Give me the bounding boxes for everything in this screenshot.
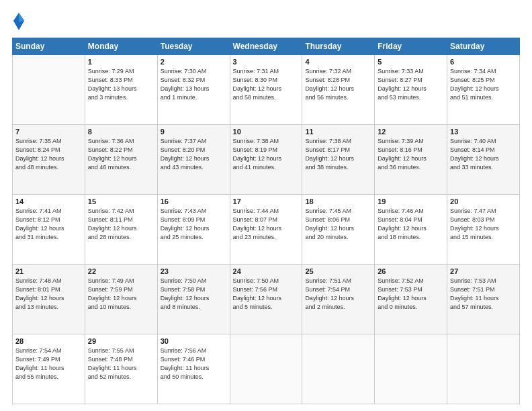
calendar-cell: 26Sunrise: 7:52 AM Sunset: 7:53 PM Dayli… xyxy=(375,265,447,334)
calendar-cell: 15Sunrise: 7:42 AM Sunset: 8:11 PM Dayli… xyxy=(85,195,157,265)
day-info: Sunrise: 7:40 AM Sunset: 8:14 PM Dayligh… xyxy=(450,137,517,172)
day-info: Sunrise: 7:50 AM Sunset: 7:56 PM Dayligh… xyxy=(233,277,300,312)
calendar-cell xyxy=(447,334,520,404)
calendar-cell: 11Sunrise: 7:38 AM Sunset: 8:17 PM Dayli… xyxy=(302,125,375,195)
day-number: 28 xyxy=(15,337,82,345)
day-number: 8 xyxy=(88,128,154,136)
day-info: Sunrise: 7:36 AM Sunset: 8:22 PM Dayligh… xyxy=(88,137,154,172)
header xyxy=(12,12,520,31)
day-info: Sunrise: 7:31 AM Sunset: 8:30 PM Dayligh… xyxy=(233,67,300,102)
day-number: 15 xyxy=(88,197,154,205)
day-number: 12 xyxy=(378,128,444,136)
day-number: 20 xyxy=(450,197,517,205)
day-number: 3 xyxy=(233,58,300,66)
calendar-cell: 5Sunrise: 7:33 AM Sunset: 8:27 PM Daylig… xyxy=(375,55,447,125)
day-number: 2 xyxy=(161,58,227,66)
calendar-cell: 27Sunrise: 7:53 AM Sunset: 7:51 PM Dayli… xyxy=(447,265,520,334)
day-info: Sunrise: 7:38 AM Sunset: 8:17 PM Dayligh… xyxy=(305,137,371,172)
day-number: 23 xyxy=(161,267,227,275)
calendar-cell: 2Sunrise: 7:30 AM Sunset: 8:32 PM Daylig… xyxy=(157,55,230,125)
day-info: Sunrise: 7:46 AM Sunset: 8:04 PM Dayligh… xyxy=(378,207,444,242)
page: SundayMondayTuesdayWednesdayThursdayFrid… xyxy=(0,0,532,411)
calendar-cell: 23Sunrise: 7:50 AM Sunset: 7:58 PM Dayli… xyxy=(157,265,230,334)
day-number: 10 xyxy=(233,128,300,136)
week-row-1: 1Sunrise: 7:29 AM Sunset: 8:33 PM Daylig… xyxy=(13,55,520,125)
day-info: Sunrise: 7:37 AM Sunset: 8:20 PM Dayligh… xyxy=(161,137,227,172)
logo-icon xyxy=(12,12,26,31)
day-number: 1 xyxy=(88,58,154,66)
calendar-cell: 25Sunrise: 7:51 AM Sunset: 7:54 PM Dayli… xyxy=(302,265,375,334)
day-number: 26 xyxy=(378,267,444,275)
day-number: 16 xyxy=(161,197,227,205)
day-info: Sunrise: 7:48 AM Sunset: 8:01 PM Dayligh… xyxy=(15,277,82,312)
day-info: Sunrise: 7:43 AM Sunset: 8:09 PM Dayligh… xyxy=(161,207,227,242)
calendar-cell: 13Sunrise: 7:40 AM Sunset: 8:14 PM Dayli… xyxy=(447,125,520,195)
day-number: 13 xyxy=(450,128,517,136)
calendar-cell: 21Sunrise: 7:48 AM Sunset: 8:01 PM Dayli… xyxy=(13,265,85,334)
day-info: Sunrise: 7:34 AM Sunset: 8:25 PM Dayligh… xyxy=(450,67,517,102)
calendar-cell: 7Sunrise: 7:35 AM Sunset: 8:24 PM Daylig… xyxy=(13,125,85,195)
day-number: 25 xyxy=(305,267,371,275)
day-number: 27 xyxy=(450,267,517,275)
calendar-cell: 24Sunrise: 7:50 AM Sunset: 7:56 PM Dayli… xyxy=(230,265,302,334)
day-number: 19 xyxy=(378,197,444,205)
day-info: Sunrise: 7:35 AM Sunset: 8:24 PM Dayligh… xyxy=(15,137,82,172)
day-number: 29 xyxy=(88,337,154,345)
calendar-cell: 12Sunrise: 7:39 AM Sunset: 8:16 PM Dayli… xyxy=(375,125,447,195)
day-number: 17 xyxy=(233,197,300,205)
day-info: Sunrise: 7:30 AM Sunset: 8:32 PM Dayligh… xyxy=(161,67,227,102)
calendar-cell: 6Sunrise: 7:34 AM Sunset: 8:25 PM Daylig… xyxy=(447,55,520,125)
day-info: Sunrise: 7:56 AM Sunset: 7:46 PM Dayligh… xyxy=(161,347,227,381)
calendar-cell: 18Sunrise: 7:45 AM Sunset: 8:06 PM Dayli… xyxy=(302,195,375,265)
day-number: 5 xyxy=(378,58,444,66)
week-row-3: 14Sunrise: 7:41 AM Sunset: 8:12 PM Dayli… xyxy=(13,195,520,265)
svg-marker-1 xyxy=(19,13,24,22)
calendar-cell xyxy=(375,334,447,404)
day-number: 22 xyxy=(88,267,154,275)
week-row-5: 28Sunrise: 7:54 AM Sunset: 7:49 PM Dayli… xyxy=(13,334,520,404)
calendar-cell: 1Sunrise: 7:29 AM Sunset: 8:33 PM Daylig… xyxy=(85,55,157,125)
day-info: Sunrise: 7:41 AM Sunset: 8:12 PM Dayligh… xyxy=(15,207,82,242)
day-number: 11 xyxy=(305,128,371,136)
weekday-header-tuesday: Tuesday xyxy=(157,38,230,55)
calendar-cell: 28Sunrise: 7:54 AM Sunset: 7:49 PM Dayli… xyxy=(13,334,85,404)
calendar-cell: 16Sunrise: 7:43 AM Sunset: 8:09 PM Dayli… xyxy=(157,195,230,265)
day-number: 14 xyxy=(15,197,82,205)
weekday-header-saturday: Saturday xyxy=(447,38,520,55)
week-row-2: 7Sunrise: 7:35 AM Sunset: 8:24 PM Daylig… xyxy=(13,125,520,195)
day-info: Sunrise: 7:38 AM Sunset: 8:19 PM Dayligh… xyxy=(233,137,300,172)
calendar: SundayMondayTuesdayWednesdayThursdayFrid… xyxy=(12,38,520,404)
day-info: Sunrise: 7:39 AM Sunset: 8:16 PM Dayligh… xyxy=(378,137,444,172)
calendar-cell: 3Sunrise: 7:31 AM Sunset: 8:30 PM Daylig… xyxy=(230,55,302,125)
calendar-cell: 14Sunrise: 7:41 AM Sunset: 8:12 PM Dayli… xyxy=(13,195,85,265)
calendar-cell: 9Sunrise: 7:37 AM Sunset: 8:20 PM Daylig… xyxy=(157,125,230,195)
weekday-header-sunday: Sunday xyxy=(13,38,85,55)
day-number: 21 xyxy=(15,267,82,275)
day-number: 6 xyxy=(450,58,517,66)
calendar-cell: 8Sunrise: 7:36 AM Sunset: 8:22 PM Daylig… xyxy=(85,125,157,195)
day-info: Sunrise: 7:29 AM Sunset: 8:33 PM Dayligh… xyxy=(88,67,154,102)
calendar-cell: 29Sunrise: 7:55 AM Sunset: 7:48 PM Dayli… xyxy=(85,334,157,404)
weekday-header-row: SundayMondayTuesdayWednesdayThursdayFrid… xyxy=(13,38,520,55)
day-info: Sunrise: 7:50 AM Sunset: 7:58 PM Dayligh… xyxy=(161,277,227,312)
day-info: Sunrise: 7:51 AM Sunset: 7:54 PM Dayligh… xyxy=(305,277,371,312)
calendar-cell xyxy=(230,334,302,404)
day-info: Sunrise: 7:32 AM Sunset: 8:28 PM Dayligh… xyxy=(305,67,371,102)
calendar-cell: 4Sunrise: 7:32 AM Sunset: 8:28 PM Daylig… xyxy=(302,55,375,125)
day-info: Sunrise: 7:55 AM Sunset: 7:48 PM Dayligh… xyxy=(88,347,154,381)
weekday-header-wednesday: Wednesday xyxy=(230,38,302,55)
day-info: Sunrise: 7:42 AM Sunset: 8:11 PM Dayligh… xyxy=(88,207,154,242)
day-info: Sunrise: 7:33 AM Sunset: 8:27 PM Dayligh… xyxy=(378,67,444,102)
calendar-cell: 30Sunrise: 7:56 AM Sunset: 7:46 PM Dayli… xyxy=(157,334,230,404)
day-info: Sunrise: 7:52 AM Sunset: 7:53 PM Dayligh… xyxy=(378,277,444,312)
day-info: Sunrise: 7:53 AM Sunset: 7:51 PM Dayligh… xyxy=(450,277,517,312)
day-number: 9 xyxy=(161,128,227,136)
day-number: 18 xyxy=(305,197,371,205)
weekday-header-monday: Monday xyxy=(85,38,157,55)
day-info: Sunrise: 7:47 AM Sunset: 8:03 PM Dayligh… xyxy=(450,207,517,242)
calendar-cell xyxy=(302,334,375,404)
day-number: 4 xyxy=(305,58,371,66)
week-row-4: 21Sunrise: 7:48 AM Sunset: 8:01 PM Dayli… xyxy=(13,265,520,334)
day-number: 30 xyxy=(161,337,227,345)
day-info: Sunrise: 7:45 AM Sunset: 8:06 PM Dayligh… xyxy=(305,207,371,242)
